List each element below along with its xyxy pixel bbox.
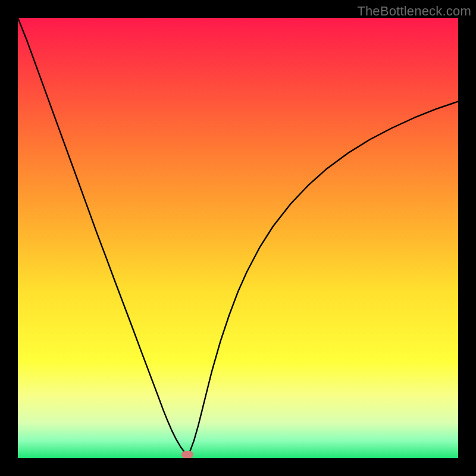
watermark-text: TheBottleneck.com xyxy=(357,4,471,19)
gradient-background xyxy=(18,18,458,458)
bottleneck-chart xyxy=(18,18,458,458)
chart-frame: TheBottleneck.com xyxy=(0,0,476,476)
plot-area xyxy=(18,18,458,458)
optimal-point-marker xyxy=(181,451,193,458)
